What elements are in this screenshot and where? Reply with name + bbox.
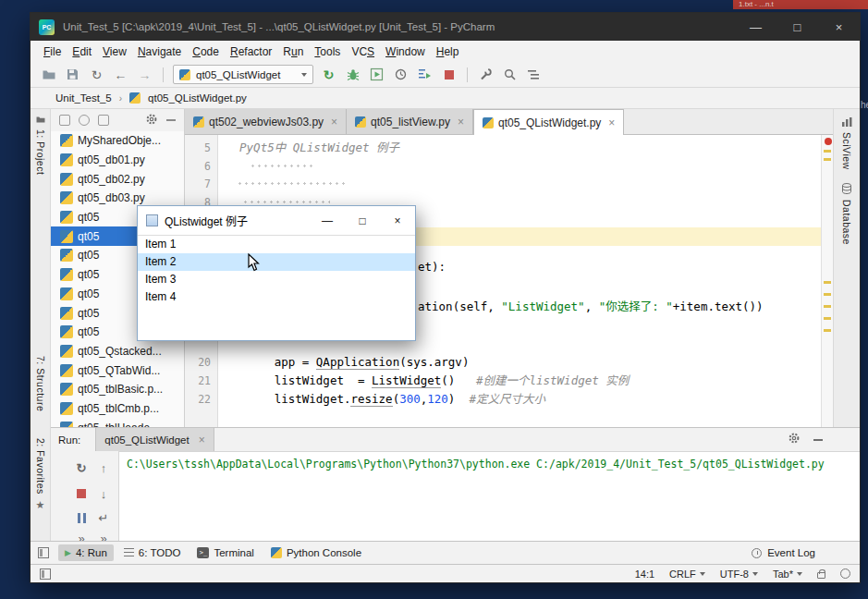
coverage-icon[interactable]	[368, 66, 385, 83]
event-log-button[interactable]: Event Log	[752, 547, 815, 558]
settings-icon[interactable]	[145, 113, 158, 128]
tree-item[interactable]: qt05_tblCmb.p...	[51, 399, 184, 419]
tree-item[interactable]: qt05_db01.py	[51, 151, 184, 170]
warning-mark[interactable]	[824, 293, 831, 296]
menu-navigate[interactable]: Navigate	[132, 43, 187, 61]
collapse-all-icon[interactable]	[98, 115, 109, 126]
qt-maximize-button[interactable]: □	[345, 206, 380, 235]
line-number[interactable]: 7	[185, 177, 211, 190]
inspection-profile-icon[interactable]	[840, 568, 850, 579]
warning-mark[interactable]	[824, 281, 831, 284]
line-number[interactable]: 5	[185, 141, 211, 154]
tree-item[interactable]: qt05_tblHeade...	[51, 418, 184, 427]
profiler-icon[interactable]	[392, 66, 410, 83]
locate-file-icon[interactable]	[79, 115, 90, 126]
open-icon[interactable]	[40, 66, 57, 83]
wrench-icon[interactable]	[477, 66, 495, 83]
run-icon[interactable]: ↻	[320, 66, 337, 83]
run-console[interactable]: C:\Users\tssh\AppData\Local\Programs\Pyt…	[118, 451, 860, 541]
title-bar[interactable]: PC Unit_Test_5 [C:\apk\2019_4\Unit_Test_…	[31, 13, 860, 41]
toolbar-item-python-console[interactable]: Python Console	[264, 544, 368, 561]
sidebar-item-structure[interactable]: 7: Structure	[35, 356, 46, 411]
code-line[interactable]: listWidget.resize(300,120) #定义尺寸大小	[218, 390, 821, 409]
search-icon[interactable]	[501, 66, 519, 83]
warning-mark[interactable]	[824, 317, 831, 320]
hide-panel-icon[interactable]	[813, 439, 823, 441]
tab-qt05-qlistwidget[interactable]: qt05_QListWidget.py ×	[473, 109, 624, 135]
run-tab[interactable]: qt05_QListWidget ×	[95, 428, 214, 451]
close-icon[interactable]: ×	[608, 116, 615, 129]
line-separator-select[interactable]: CRLF	[669, 568, 705, 580]
warning-mark[interactable]	[824, 305, 831, 308]
sidebar-item-favorites[interactable]: 2: Favorites ★	[35, 438, 46, 511]
menu-refactor[interactable]: Refactor	[225, 43, 277, 61]
tree-item[interactable]: qt05_Qstacked...	[51, 342, 184, 361]
qt-close-button[interactable]: ×	[380, 206, 415, 235]
tree-item[interactable]: qt05_db02.py	[51, 169, 184, 189]
code-line[interactable]: app = QApplication(sys.argv)	[218, 353, 821, 372]
sync-icon[interactable]: ↻	[88, 66, 105, 83]
run-console-icon[interactable]	[416, 66, 434, 83]
tab-qt05-listview[interactable]: qt05_listView.py ×	[347, 109, 473, 134]
breadcrumb-project[interactable]: Unit_Test_5	[55, 92, 112, 104]
inspection-indicator-icon[interactable]	[825, 138, 832, 145]
breadcrumb-file[interactable]: qt05_QListWidget.py	[148, 92, 247, 104]
menu-run[interactable]: Run	[277, 43, 309, 61]
save-icon[interactable]	[64, 66, 81, 83]
sidebar-item-project[interactable]: 1: Project	[35, 115, 46, 175]
toolbar-item-todo[interactable]: 6: TODO	[117, 544, 188, 561]
maximize-button[interactable]: □	[776, 13, 818, 41]
qt-minimize-button[interactable]: —	[310, 206, 345, 235]
indent-select[interactable]: Tab*	[773, 568, 802, 580]
pause-output-icon[interactable]	[74, 510, 89, 525]
menu-window[interactable]: Window	[380, 43, 431, 61]
toolbar-item-terminal[interactable]: >_ Terminal	[190, 544, 260, 561]
stop-icon[interactable]	[74, 486, 89, 501]
up-stack-icon[interactable]: ↑	[96, 460, 111, 475]
settings-icon[interactable]	[788, 432, 801, 447]
hide-panel-icon[interactable]	[166, 119, 176, 121]
menu-view[interactable]: View	[97, 43, 132, 61]
menu-file[interactable]: File	[38, 43, 67, 61]
warning-mark[interactable]	[824, 158, 831, 161]
warning-mark[interactable]	[824, 329, 831, 332]
rerun-icon[interactable]: ↻	[74, 460, 89, 475]
sidebar-item-database[interactable]: Database	[841, 183, 852, 245]
tree-item[interactable]: qt05_QTabWid...	[51, 361, 184, 380]
run-configuration-select[interactable]: qt05_QListWidget	[173, 65, 313, 84]
code-line[interactable]: listWidget = ListWidget() #创建一个listWidge…	[218, 372, 821, 390]
soft-wrap-icon[interactable]: ↵	[96, 510, 111, 525]
menu-tools[interactable]: Tools	[309, 43, 346, 61]
qt-title-bar[interactable]: QListwidget 例子 — □ ×	[138, 206, 415, 235]
line-number[interactable]: 20	[185, 356, 211, 369]
close-icon[interactable]: ×	[331, 116, 337, 128]
menu-help[interactable]: Help	[431, 43, 465, 61]
tool-window-switcher-icon[interactable]	[38, 547, 49, 558]
down-stack-icon[interactable]: ↓	[96, 486, 111, 501]
tree-item[interactable]: qt05_tblBasic.p...	[51, 380, 184, 399]
lock-icon[interactable]	[817, 572, 825, 579]
minimize-button[interactable]: —	[735, 13, 776, 41]
close-icon[interactable]: ×	[458, 116, 464, 128]
menu-code[interactable]: Code	[187, 43, 225, 61]
sidebar-item-sciview[interactable]: SciView	[841, 116, 852, 170]
tree-item[interactable]: MySharedObje...	[51, 131, 184, 151]
list-item[interactable]: Item 4	[138, 288, 415, 306]
list-item[interactable]: Item 2	[138, 253, 415, 271]
stop-icon[interactable]	[440, 66, 458, 83]
warning-mark[interactable]	[824, 150, 831, 153]
list-item[interactable]: Item 3	[138, 271, 415, 288]
line-number[interactable]: 22	[185, 393, 211, 406]
close-button[interactable]: ×	[818, 13, 860, 41]
tool-window-toggle-icon[interactable]	[40, 568, 51, 580]
toolbar-item-run[interactable]: ▶ 4: Run	[58, 544, 114, 561]
menu-vcs[interactable]: VCS	[346, 43, 380, 61]
line-number[interactable]: 6	[185, 160, 211, 173]
structure-icon[interactable]	[525, 66, 543, 83]
close-icon[interactable]: ×	[199, 434, 205, 446]
line-number[interactable]: 21	[185, 374, 211, 387]
tab-qt502-webviewjs03[interactable]: qt502_webviewJs03.py ×	[185, 109, 347, 134]
view-options-icon[interactable]	[59, 115, 70, 126]
forward-icon[interactable]: →	[136, 66, 153, 83]
debug-icon[interactable]	[344, 66, 361, 83]
